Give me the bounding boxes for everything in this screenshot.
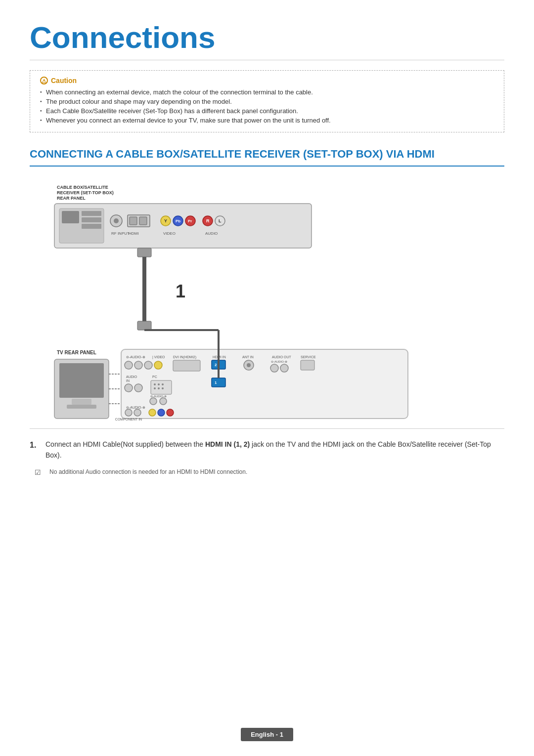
svg-point-48	[247, 363, 251, 367]
svg-point-63	[162, 383, 164, 385]
svg-rect-43	[173, 360, 200, 371]
caution-icon: ⚠	[40, 77, 48, 84]
svg-text:1: 1	[215, 380, 217, 385]
instructions-area: 1. Connect an HDMI Cable(Not supplied) b…	[30, 428, 504, 477]
caution-item-2: The product colour and shape may vary de…	[40, 98, 494, 105]
svg-point-51	[270, 364, 278, 372]
caution-item-3: Each Cable Box/Satellite receiver (Set-T…	[40, 107, 494, 115]
svg-text:AUDIO OUT: AUDIO OUT	[272, 355, 292, 359]
svg-text:AUDIO: AUDIO	[126, 375, 137, 378]
page-container: Connections ⚠ Caution When connecting an…	[0, 0, 534, 514]
svg-point-38	[125, 361, 133, 369]
footer-badge: English - 1	[241, 728, 293, 741]
svg-rect-4	[82, 211, 101, 216]
caution-item-4: Whenever you connect an external device …	[40, 117, 494, 124]
svg-text:Y: Y	[164, 218, 167, 223]
svg-point-65	[158, 387, 160, 389]
svg-rect-11	[130, 217, 137, 225]
svg-text:RF INPUT: RF INPUT	[111, 231, 130, 236]
instruction-item-1: 1. Connect an HDMI Cable(Not supplied) b…	[30, 439, 504, 461]
svg-point-69	[160, 398, 167, 405]
svg-rect-54	[301, 360, 314, 370]
svg-rect-6	[82, 224, 101, 229]
svg-text:⊖-AUDIO-⊕: ⊖-AUDIO-⊕	[271, 360, 287, 363]
svg-rect-29	[137, 321, 151, 330]
instruction-number-1: 1.	[30, 439, 40, 461]
page-footer: English - 1	[0, 728, 534, 741]
svg-point-52	[280, 364, 288, 372]
svg-text:IN: IN	[126, 379, 130, 382]
svg-text:HDMI: HDMI	[129, 231, 138, 236]
svg-point-64	[154, 387, 156, 389]
caution-label: Caution	[51, 77, 77, 84]
svg-point-39	[134, 361, 142, 369]
svg-text:1: 1	[176, 281, 185, 301]
svg-text:COMPONENT IN: COMPONENT IN	[115, 418, 142, 421]
svg-point-73	[134, 409, 141, 416]
instruction-text-1: Connect an HDMI Cable(Not supplied) betw…	[45, 439, 504, 461]
note-icon: ☑	[35, 468, 44, 476]
svg-point-8	[114, 218, 119, 223]
svg-text:⊖-AUDIO-⊕: ⊖-AUDIO-⊕	[150, 395, 167, 398]
svg-text:Pb: Pb	[176, 219, 180, 223]
note-text: No additional Audio connection is needed…	[49, 468, 247, 476]
svg-rect-60	[151, 380, 172, 394]
svg-text:| VIDEO: | VIDEO	[152, 355, 165, 359]
caution-box: ⚠ Caution When connecting an external de…	[30, 70, 504, 132]
svg-point-68	[150, 398, 157, 405]
svg-rect-3	[62, 211, 79, 223]
svg-point-61	[154, 383, 156, 385]
svg-point-58	[134, 384, 142, 392]
svg-text:⊖-AUDIO-⊕: ⊖-AUDIO-⊕	[126, 355, 145, 359]
svg-rect-5	[82, 217, 101, 222]
svg-text:RECEIVER (SET-TOP BOX): RECEIVER (SET-TOP BOX)	[57, 190, 114, 195]
svg-text:AUDIO: AUDIO	[205, 231, 218, 236]
svg-rect-12	[139, 217, 147, 225]
svg-text:SERVICE: SERVICE	[301, 355, 316, 359]
cable-box-label: CABLE BOX/SATELLITE	[57, 185, 108, 190]
svg-text:REAR PANEL: REAR PANEL	[57, 196, 86, 201]
page-title: Connections	[30, 20, 504, 60]
caution-item-1: When connecting an external device, matc…	[40, 88, 494, 96]
svg-point-75	[158, 409, 165, 416]
svg-text:⊖-AUDIO-⊕: ⊖-AUDIO-⊕	[126, 406, 145, 409]
svg-point-76	[167, 409, 174, 416]
svg-point-41	[154, 361, 162, 369]
caution-title: ⚠ Caution	[40, 77, 494, 84]
svg-text:Pr: Pr	[188, 219, 192, 223]
svg-text:ANT IN: ANT IN	[242, 355, 254, 359]
diagram-area: CABLE BOX/SATELLITE RECEIVER (SET-TOP BO…	[30, 176, 504, 423]
svg-point-72	[125, 409, 132, 416]
svg-rect-27	[142, 257, 146, 321]
svg-rect-26	[137, 248, 151, 257]
svg-rect-32	[67, 405, 96, 409]
note-item: ☑ No additional Audio connection is need…	[30, 468, 504, 476]
hdmi-in-port-1	[212, 378, 225, 387]
svg-point-62	[158, 383, 160, 385]
svg-text:VIDEO: VIDEO	[163, 231, 176, 236]
svg-text:L: L	[219, 218, 222, 223]
section-heading: CONNECTING A CABLE BOX/SATELLITE RECEIVE…	[30, 147, 504, 167]
svg-text:PC: PC	[152, 375, 157, 378]
svg-rect-31	[72, 399, 91, 405]
svg-rect-30	[59, 363, 104, 398]
svg-point-57	[125, 384, 133, 392]
connection-diagram: CABLE BOX/SATELLITE RECEIVER (SET-TOP BO…	[30, 176, 504, 423]
svg-point-74	[149, 409, 156, 416]
tv-rear-label: TV REAR PANEL	[57, 350, 96, 355]
svg-point-40	[144, 361, 152, 369]
caution-list: When connecting an external device, matc…	[40, 88, 494, 124]
svg-point-66	[162, 387, 164, 389]
svg-text:DVI IN(HDMI2): DVI IN(HDMI2)	[173, 355, 196, 359]
svg-text:2: 2	[215, 363, 217, 367]
svg-text:R: R	[206, 218, 210, 223]
